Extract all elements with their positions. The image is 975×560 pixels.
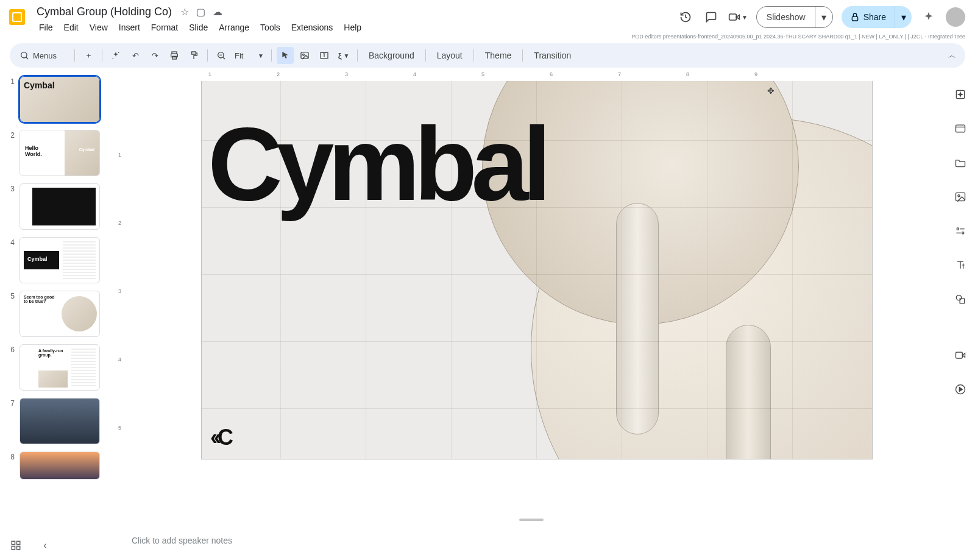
transition-button[interactable]: Transition [528,47,577,64]
slide-thumb-2[interactable]: Hello World. Cymbal [20,130,100,176]
share-button[interactable]: Share ▾ [842,6,912,28]
image-tool[interactable] [296,47,313,64]
comments-icon[interactable] [703,9,720,26]
slide-canvas[interactable]: Cymbal ‹‹C ✥ [202,81,872,459]
select-tool[interactable] [277,47,294,64]
svg-rect-34 [12,547,15,550]
right-side-panel [946,71,975,523]
paint-format-button[interactable] [185,47,202,64]
special-char-tool[interactable]: ξ▼ [335,47,352,64]
record-panel-icon[interactable] [949,344,971,366]
menu-help[interactable]: Help [339,20,366,35]
svg-point-14 [303,54,305,55]
slide-thumb-1[interactable]: Cymbal [20,76,100,122]
textbox-tool[interactable] [316,47,333,64]
menu-insert[interactable]: Insert [114,20,145,35]
share-main[interactable]: Share [842,12,895,22]
thumb-number: 7 [7,398,15,408]
slideshow-button[interactable]: Slideshow ▾ [756,6,833,28]
grid-view-button[interactable] [7,537,24,554]
text-panel-icon[interactable] [949,254,971,276]
slide-thumb-3[interactable] [20,183,100,230]
slideshow-dropdown[interactable]: ▾ [815,7,832,27]
account-avatar[interactable] [946,7,965,27]
zoom-select[interactable]: Fit▼ [232,47,266,64]
thumb-number: 3 [7,183,15,193]
svg-point-6 [113,58,114,59]
svg-rect-35 [17,547,20,550]
collapse-filmstrip-button[interactable]: ‹ [37,537,54,554]
move-icon[interactable]: ▢ [196,6,205,18]
ruler-tick: 8 [686,71,689,77]
svg-marker-31 [959,388,962,392]
menu-extensions[interactable]: Extensions [286,20,338,35]
ruler-tick: 1 [208,71,211,77]
lock-icon [850,12,860,22]
notes-resize-handle[interactable] [117,516,946,523]
history-icon[interactable] [677,9,694,26]
search-menus[interactable]: Menus [15,47,69,64]
thumb-brand-mini: Cymbal [79,147,94,152]
menu-slide[interactable]: Slide [184,20,213,35]
svg-line-4 [26,57,28,59]
new-slide-button[interactable]: ＋ [80,47,97,64]
slide-thumb-4[interactable]: Cymbal [20,237,100,283]
stage[interactable]: Cymbal ‹‹C ✥ [117,81,946,516]
image-panel-icon[interactable] [949,186,971,208]
separator [357,49,358,62]
menu-format[interactable]: Format [146,20,183,35]
separator [271,49,272,62]
gemini-panel-icon[interactable] [949,83,971,105]
svg-rect-28 [956,352,963,358]
svg-rect-2 [852,16,857,21]
star-icon[interactable]: ☆ [180,6,189,18]
print-button[interactable] [166,47,183,64]
document-title[interactable]: Cymbal Group (Holding Co) [34,5,174,19]
move-cursor-icon: ✥ [767,86,775,96]
separator [425,49,426,62]
slide-thumb-6[interactable]: A family-run group. [20,344,100,391]
motion-panel-icon[interactable] [949,378,971,400]
theme-button[interactable]: Theme [479,47,518,64]
menu-edit[interactable]: Edit [59,20,83,35]
slide-thumb-8[interactable] [20,452,100,480]
zoom-out-button[interactable] [213,47,230,64]
separator [74,49,75,62]
svg-rect-19 [956,125,965,132]
slideshow-label[interactable]: Slideshow [757,12,815,22]
meet-icon[interactable]: ▼ [728,9,748,26]
layout-button[interactable]: Layout [431,47,469,64]
collapse-toolbar-button[interactable]: ︿ [943,47,960,64]
adjust-panel-icon[interactable] [949,220,971,242]
gemini-icon[interactable] [920,9,937,26]
templates-panel-icon[interactable] [949,118,971,140]
background-button[interactable]: Background [363,47,420,64]
menu-file[interactable]: File [34,20,58,35]
thumb-number: 8 [7,452,15,461]
slide-brand-title[interactable]: Cymbal [208,104,545,224]
menu-view[interactable]: View [85,20,113,35]
shapes-panel-icon[interactable] [949,288,971,310]
slide-thumb-5[interactable]: Seem too good to be true? [20,291,100,337]
thumb-number: 4 [7,237,15,247]
svg-line-12 [223,57,225,59]
slide-logo-mark[interactable]: ‹‹C [210,425,230,450]
thumb-text: Hello World. [25,145,42,157]
svg-point-3 [21,52,27,58]
undo-button[interactable]: ↶ [127,47,144,64]
speaker-notes[interactable]: Click to add speaker notes [122,527,965,554]
redo-button[interactable]: ↷ [146,47,163,64]
filmstrip[interactable]: 1 Cymbal 2 Hello World. Cymbal 3 [0,71,117,523]
app-logo[interactable] [5,5,29,29]
ruler-tick: 5 [481,71,484,77]
menu-tools[interactable]: Tools [255,20,285,35]
separator [102,49,102,62]
ai-slide-button[interactable] [107,47,124,64]
slide-thumb-7[interactable] [20,398,100,444]
thumb-text: A family-run group. [38,349,63,357]
folder-panel-icon[interactable] [949,152,971,174]
menu-arrange[interactable]: Arrange [214,20,254,35]
cloud-icon[interactable]: ☁ [213,6,222,18]
share-dropdown[interactable]: ▾ [895,6,912,28]
ruler-tick: 6 [550,71,553,77]
